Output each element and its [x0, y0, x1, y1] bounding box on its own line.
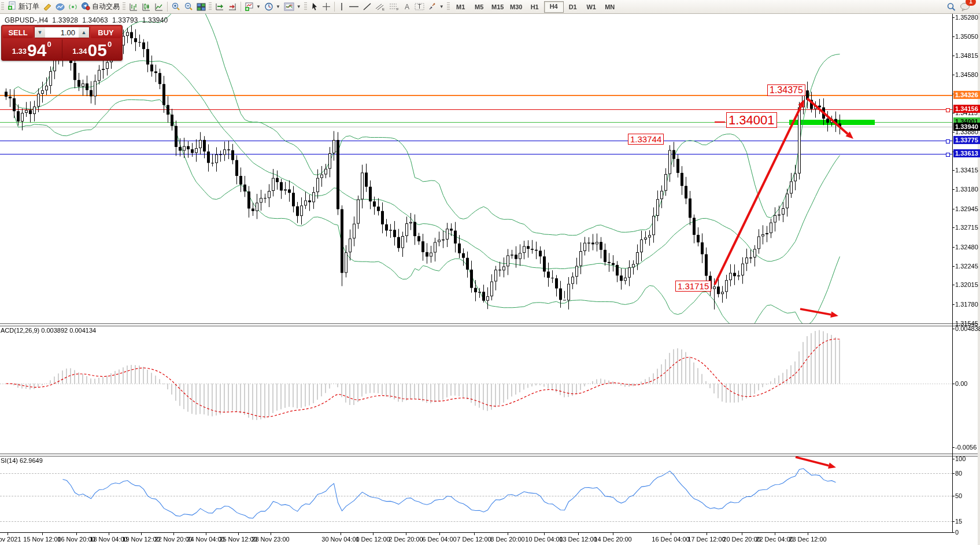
volume-stepper: ▼ ▲ [34, 27, 90, 38]
toolbar-grip[interactable] [304, 2, 307, 11]
new-order-button[interactable]: 新订单 [6, 1, 41, 12]
search-button[interactable] [945, 1, 958, 12]
macd-pane-separator[interactable] [0, 323, 980, 326]
timeframe-m30-button[interactable]: M30 [507, 2, 526, 12]
notifications-button[interactable]: 1 [958, 1, 972, 12]
toolbar-grip[interactable] [209, 2, 212, 11]
timeframe-m5-button[interactable]: M5 [470, 2, 489, 12]
vertical-line-tool-button[interactable] [336, 1, 347, 12]
zoom-in-button[interactable] [169, 1, 182, 12]
price-tick-label: 1.33180 [955, 186, 978, 193]
cursor-icon [310, 2, 319, 11]
tile-windows-button[interactable] [195, 1, 208, 12]
timeframe-h4-button[interactable]: H4 [544, 1, 564, 13]
market-watch-button[interactable] [54, 1, 66, 12]
hline-red-handle[interactable] [946, 108, 950, 112]
text-tool-button[interactable]: A [401, 1, 413, 12]
indicators-icon [284, 2, 294, 11]
fibonacci-icon: F [389, 2, 400, 11]
signals-button[interactable] [66, 1, 79, 12]
search-icon [946, 2, 956, 12]
volume-increase-button[interactable]: ▲ [79, 27, 89, 38]
line-chart-mode-button[interactable] [153, 1, 165, 12]
auto-scroll-button[interactable] [213, 1, 226, 12]
symbol-timeframe-label: GBPUSD-,H4 [5, 16, 48, 24]
hline-orange-badge: 1.34326 [953, 91, 980, 99]
toolbar-grip[interactable] [123, 2, 125, 11]
price-tick-label: 1.31780 [955, 301, 978, 308]
chart-shift-button[interactable] [226, 1, 239, 12]
timeframe-h1-button[interactable]: H1 [526, 2, 544, 12]
horizontal-line-icon [349, 2, 359, 11]
timeframe-d1-button[interactable]: D1 [564, 2, 582, 12]
autotrade-label: 自动交易 [92, 2, 120, 12]
hline-blue-2-handle[interactable] [946, 153, 950, 157]
timeframe-m1-button[interactable]: M1 [452, 2, 470, 12]
time-axis-label: 13 Dec 12:00 [559, 536, 597, 543]
time-axis-label: 7 Dec 12:00 [457, 536, 491, 543]
hline-red-badge: 1.34156 [953, 105, 980, 113]
hline-blue-1-handle[interactable] [946, 139, 950, 143]
crosshair-tool-button[interactable] [320, 1, 332, 12]
svg-text:A: A [405, 3, 409, 11]
trendline-tool-button[interactable] [361, 1, 373, 12]
time-axis-label: 1 Dec 12:00 [356, 536, 390, 543]
toolbar-grip[interactable] [447, 2, 450, 11]
indicators-button[interactable]: ▼ [282, 1, 303, 12]
arrows-tool-button[interactable]: ▼ [426, 1, 446, 12]
bar-chart-mode-button[interactable] [127, 1, 140, 12]
equidistant-channel-icon: E [375, 2, 386, 11]
autotrade-icon [81, 2, 90, 12]
price-tick-label: 1.32015 [955, 281, 978, 288]
annotation-134001[interactable]: 1.34001 [726, 112, 777, 128]
metaeditor-button[interactable] [41, 1, 54, 12]
rsi-tick-label: 100 [955, 455, 966, 462]
time-axis-label: 23 Dec 12:00 [789, 536, 826, 543]
fibonacci-tool-button[interactable]: F [387, 1, 401, 12]
arrow-objects-icon [428, 2, 437, 11]
text-label-tool-button[interactable]: T [413, 1, 426, 12]
annotation-133744[interactable]: 1.33744 [628, 134, 664, 145]
price-axis-line [952, 13, 953, 532]
timeframe-m15-button[interactable]: M15 [489, 2, 507, 12]
time-axis-label: 22 Dec 04:00 [756, 536, 793, 543]
text-icon: A [403, 2, 411, 11]
rsi-tick-label: 80 [955, 470, 962, 477]
macd-tick-label: 0.004838 [955, 325, 980, 332]
annotation-131715[interactable]: 1.31715 [675, 281, 711, 292]
timeframe-bar: M1M5M15M30H1H4D1W1MN [452, 1, 619, 13]
candlestick-mode-button[interactable] [140, 1, 153, 12]
channel-tool-button[interactable]: E [373, 1, 387, 12]
price-chart-canvas[interactable] [0, 0, 980, 545]
mt4-terminal-window: 新订单 自动交易 [0, 0, 980, 545]
price-tick-label: 1.33415 [955, 167, 978, 174]
one-click-trading-panel: SELL ▼ ▲ BUY 1.33 94 0 1.34 05 0 [1, 25, 123, 61]
timeframe-mn-button[interactable]: MN [601, 2, 619, 12]
autotrade-button[interactable]: 自动交易 [79, 1, 121, 12]
sell-button[interactable]: SELL [3, 27, 33, 38]
periods-button[interactable]: ▼ [262, 1, 282, 12]
zoom-out-icon [184, 2, 193, 11]
timeframe-w1-button[interactable]: W1 [582, 2, 601, 12]
macd-tick-label: -0.0056 [955, 444, 977, 451]
rsi-pane-separator[interactable] [0, 454, 980, 456]
volume-input[interactable] [45, 27, 79, 38]
zoom-out-button[interactable] [182, 1, 195, 12]
toolbar-grip[interactable] [1, 2, 4, 11]
ohlc-low: 1.33793 [112, 16, 138, 24]
buy-price-display[interactable]: 1.34 05 0 [62, 39, 123, 58]
cursor-tool-button[interactable] [309, 1, 320, 12]
new-order-icon [8, 1, 17, 12]
time-axis-line [0, 532, 952, 533]
sell-price-display[interactable]: 1.33 94 0 [2, 39, 62, 58]
new-chart-button[interactable]: ▼ [243, 1, 262, 12]
rsi-tick-label: 0 [955, 529, 959, 536]
price-tick-label: 1.32945 [955, 205, 978, 212]
annotation-134375[interactable]: 1.34375 [767, 84, 805, 96]
text-label-icon: T [415, 2, 424, 11]
sell-price-pipette: 0 [47, 40, 51, 49]
volume-decrease-button[interactable]: ▼ [35, 27, 45, 38]
buy-button[interactable]: BUY [91, 27, 121, 38]
time-axis-label: 17 Dec 12:00 [687, 536, 725, 543]
horizontal-line-tool-button[interactable] [347, 1, 361, 12]
